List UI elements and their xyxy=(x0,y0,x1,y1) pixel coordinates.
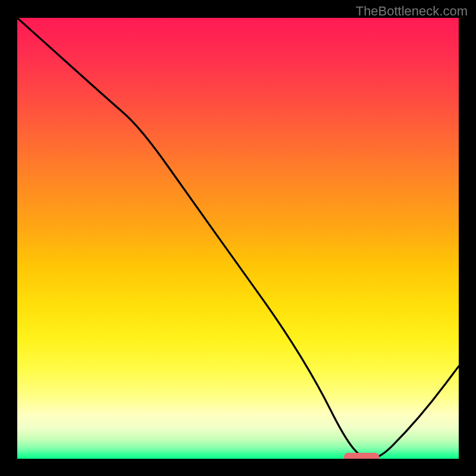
chart-svg xyxy=(17,18,459,459)
optimal-range-marker xyxy=(344,453,379,459)
bottleneck-curve-path xyxy=(17,18,459,459)
watermark-text: TheBottleneck.com xyxy=(356,4,468,19)
chart-plot-area xyxy=(17,18,459,459)
